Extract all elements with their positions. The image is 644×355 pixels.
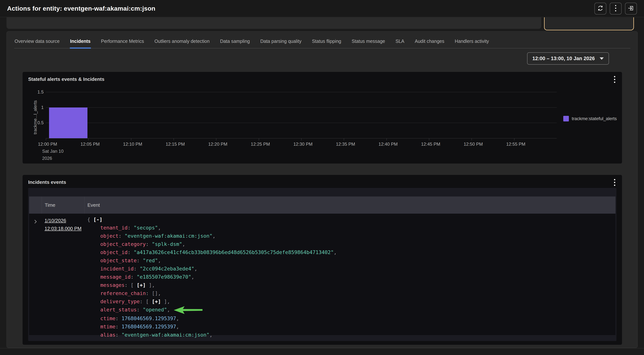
x-axis-tick-mark <box>386 138 387 140</box>
tab-label: Performance Metrics <box>101 38 144 44</box>
card-bottom-divider <box>0 348 644 348</box>
json-token: : <box>116 316 122 321</box>
json-token: : <box>128 225 134 231</box>
event-column-label: Event <box>88 202 100 208</box>
json-token: incident_id <box>100 266 134 272</box>
json-token: tenant_id <box>100 225 128 231</box>
tab-status-message[interactable]: Status message <box>351 37 386 48</box>
header-actions <box>594 2 637 14</box>
json-line: alias: "eventgen-waf:akamai:cm:json", <box>87 331 616 339</box>
tab-handlers-activity[interactable]: Handlers activity <box>454 37 489 48</box>
tab-incidents[interactable]: Incidents <box>70 37 91 48</box>
tab-status-flipping[interactable]: Status flipping <box>312 37 342 48</box>
tab-data-sampling[interactable]: Data sampling <box>220 37 250 48</box>
x-axis-tick-label: 12:15 PM <box>166 142 185 147</box>
tab-sla[interactable]: SLA <box>395 37 404 48</box>
legend-swatch <box>563 116 569 121</box>
x-axis-tick-mark <box>472 138 472 140</box>
tab-label: Data parsing quality <box>260 38 302 44</box>
x-axis-tick-mark <box>174 138 174 140</box>
tab-performance-metrics[interactable]: Performance Metrics <box>101 37 144 48</box>
json-token: : <box>124 282 131 288</box>
exit-button[interactable] <box>625 2 637 14</box>
json-collapse-toggle[interactable]: [+] <box>137 282 146 288</box>
time-range-picker[interactable]: 12:00 – 13:00, 10 Jan 2026 <box>527 52 609 65</box>
chevron-down-icon <box>600 57 604 60</box>
stateful-alerts-bar[interactable] <box>49 107 88 138</box>
json-token: "secops" <box>134 225 158 231</box>
x-axis-sub-label: 2026 <box>42 156 52 161</box>
json-collapse-toggle[interactable]: [-] <box>94 217 102 222</box>
json-token: , <box>158 225 161 231</box>
event-time-link[interactable]: 12:03:18.000 PM <box>44 225 84 233</box>
json-token: ] <box>161 299 167 304</box>
incidents-table: Time Event 1/10/2026 12:03:18.000 PM { [… <box>28 188 616 341</box>
json-token: object_category <box>100 241 146 247</box>
json-token: mtime <box>100 324 116 330</box>
tab-data-parsing-quality[interactable]: Data parsing quality <box>260 37 302 48</box>
x-axis-tick-mark <box>259 138 259 140</box>
chart-panel-title: Stateful alerts events & Incidents <box>28 76 104 82</box>
json-token: , <box>334 249 337 255</box>
event-date-link[interactable]: 1/10/2026 <box>44 217 84 225</box>
y-axis-tick-label: 1.5 <box>27 89 44 95</box>
cutoff-toolbar <box>6 17 541 29</box>
json-token: ] <box>146 282 152 288</box>
time-column-label: Time <box>45 202 56 208</box>
x-axis-tick-label: 12:00 PM <box>38 142 57 147</box>
json-token: : <box>146 290 152 296</box>
json-token: messages <box>100 282 124 288</box>
json-line: reference_chain: [], <box>87 289 616 298</box>
annotation-arrow-icon <box>174 306 203 314</box>
kebab-icon <box>615 4 616 13</box>
json-token: "splk-dsm" <box>152 241 182 247</box>
json-token: reference_chain <box>100 290 146 296</box>
json-token: , <box>182 241 185 247</box>
legend-label: trackme:stateful_alerts <box>572 116 617 121</box>
x-axis-tick-label: 12:45 PM <box>421 142 440 147</box>
x-axis-tick-label: 12:30 PM <box>293 142 312 147</box>
exit-icon <box>628 5 634 12</box>
json-token: [ <box>131 282 137 288</box>
time-cell: 1/10/2026 12:03:18.000 PM <box>42 214 84 335</box>
table-header-row: Time Event <box>29 197 616 214</box>
x-axis-tick-label: 12:05 PM <box>80 142 100 147</box>
json-line: mtime: 1768046569.1295397, <box>87 323 616 331</box>
json-line: delivery_type: [ [+] ], <box>87 298 616 306</box>
tab-label: Incidents <box>70 38 90 44</box>
refresh-button[interactable] <box>594 2 606 14</box>
json-token: object <box>100 233 118 239</box>
tab-overview-data-source[interactable]: Overview data source <box>14 37 60 48</box>
json-token: , <box>158 258 161 263</box>
json-token: { <box>87 217 94 222</box>
row-expander-chevron-icon[interactable] <box>33 219 38 224</box>
json-token: object_state <box>100 258 137 263</box>
json-token: object_id <box>100 249 128 255</box>
chart-gridline <box>46 107 557 108</box>
json-collapse-toggle[interactable]: [+] <box>152 299 161 304</box>
more-menu-button[interactable] <box>610 2 622 14</box>
json-line: object_category: "splk-dsm", <box>87 240 616 248</box>
chart-panel-menu-kebab-icon[interactable] <box>611 75 618 83</box>
x-axis-tick-mark <box>216 138 216 140</box>
cutoff-highlighted-button[interactable] <box>544 17 634 30</box>
json-token: : <box>118 233 125 239</box>
time-column-header[interactable]: Time <box>42 197 84 214</box>
json-token: : <box>128 249 134 255</box>
json-token: : <box>116 324 122 330</box>
incidents-panel-menu-kebab-icon[interactable] <box>611 178 618 186</box>
app-header: Actions for entity: eventgen-waf:akamai:… <box>0 0 644 17</box>
json-token: alert_status <box>100 307 137 313</box>
json-line: object_id: "a417a3626ce41cf46cb33b08396b… <box>87 248 616 257</box>
tab-audit-changes[interactable]: Audit changes <box>414 37 445 48</box>
event-json-cell: { [-]tenant_id: "secops",object: "eventg… <box>84 214 616 335</box>
tab-bar: Overview data sourceIncidentsPerformance… <box>14 37 630 48</box>
x-axis-tick-label: 12:55 PM <box>506 142 526 147</box>
tab-label: Handlers activity <box>455 38 489 44</box>
page-title: Actions for entity: eventgen-waf:akamai:… <box>7 5 155 12</box>
x-axis-tick-label: 12:50 PM <box>464 142 483 147</box>
event-column-header[interactable]: Event <box>84 197 616 214</box>
tab-outliers-anomaly-detection[interactable]: Outliers anomaly detection <box>154 37 210 48</box>
chart-gridline <box>46 92 557 92</box>
chart-legend: trackme:stateful_alerts <box>563 116 617 121</box>
